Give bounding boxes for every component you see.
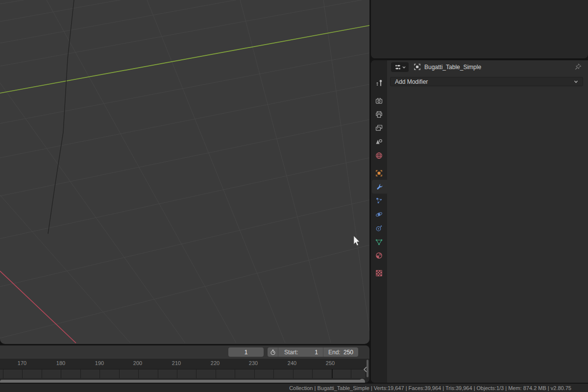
tab-particles[interactable] (371, 194, 387, 207)
frame-range-group: Start: 1 End: 250 (268, 347, 358, 357)
stopwatch-icon (270, 349, 276, 356)
tab-constraints[interactable] (371, 221, 387, 235)
ruler-label: 200 (133, 360, 142, 366)
breadcrumb-object-name: Bugatti_Table_Simple (424, 64, 481, 71)
tab-output[interactable] (371, 107, 387, 121)
current-frame-field[interactable]: 1 (228, 347, 264, 357)
collapse-left-icon[interactable] (363, 366, 368, 374)
timeline-keyframe-band[interactable] (0, 369, 365, 378)
timeline-h-scrollbar[interactable] (0, 380, 362, 383)
add-modifier-dropdown[interactable]: Add Modifier (390, 77, 583, 86)
ruler-label: 230 (249, 360, 258, 366)
end-frame-value: 250 (343, 349, 353, 356)
tab-material[interactable] (371, 248, 387, 262)
start-frame-field[interactable]: Start: 1 (278, 347, 323, 357)
wrench-icon (375, 183, 384, 191)
status-bar: Collection | Bugatti_Table_Simple | Vert… (0, 384, 588, 392)
empty-editor-area (371, 0, 588, 58)
tool-icon (375, 79, 383, 87)
view-layer-icon (375, 124, 383, 132)
ruler-label: 170 (18, 360, 26, 366)
physics-icon (375, 210, 383, 219)
tab-texture[interactable] (371, 266, 387, 280)
ruler-label: 240 (288, 360, 296, 366)
3d-viewport[interactable] (0, 0, 369, 344)
x-axis-line (0, 271, 76, 343)
object-breadcrumb-icon (413, 63, 421, 73)
object-data-icon (375, 238, 383, 246)
timeline-h-scrollbar-handle[interactable] (359, 379, 365, 383)
tab-object[interactable] (371, 166, 387, 180)
ruler-label: 190 (95, 360, 104, 366)
pin-icon[interactable] (574, 63, 582, 73)
tab-physics[interactable] (371, 207, 387, 221)
material-icon (375, 251, 383, 260)
end-frame-marker (332, 369, 333, 378)
tab-object-data[interactable] (371, 235, 387, 248)
render-icon (375, 97, 383, 105)
ruler-label: 250 (326, 360, 335, 366)
viewport-grid (0, 0, 369, 344)
properties-tab-strip (371, 60, 387, 383)
tab-render[interactable] (371, 94, 387, 107)
object-wire-edge (48, 0, 74, 234)
tab-modifiers[interactable] (372, 180, 387, 194)
properties-header: Bugatti_Table_Simple (387, 60, 588, 74)
end-frame-field[interactable]: End: 250 (323, 347, 358, 357)
add-modifier-label: Add Modifier (395, 78, 428, 85)
auto-keying-button[interactable] (268, 347, 278, 357)
timeline-editor: 1 Start: 1 End: 250 170 180 190 200 210 … (0, 345, 369, 383)
tab-world[interactable] (371, 148, 387, 162)
timeline-ruler[interactable]: 170 180 190 200 210 220 230 240 250 (0, 359, 369, 369)
object-icon (375, 169, 383, 177)
ruler-label: 210 (172, 360, 181, 366)
editor-type-button[interactable] (391, 62, 409, 72)
ruler-label: 180 (56, 360, 65, 366)
tab-view-layer[interactable] (371, 121, 387, 135)
tab-scene[interactable] (371, 135, 387, 148)
particles-icon (375, 196, 383, 205)
blender-window: Bugatti_Table_Simple Add Modifier 1 (0, 0, 588, 392)
status-text: Collection | Bugatti_Table_Simple | Vert… (289, 385, 571, 391)
start-frame-value: 1 (315, 349, 318, 356)
texture-icon (375, 269, 383, 277)
scene-icon (375, 138, 383, 146)
output-icon (375, 110, 383, 119)
chevron-down-icon (402, 66, 406, 69)
y-axis-line (0, 25, 369, 93)
properties-editor: Bugatti_Table_Simple Add Modifier (371, 60, 588, 383)
world-icon (375, 151, 383, 160)
tab-tool[interactable] (371, 76, 387, 90)
properties-editor-icon (394, 64, 401, 71)
end-frame-label: End: (328, 349, 341, 356)
constraints-icon (375, 224, 383, 232)
ruler-label: 220 (211, 360, 220, 366)
start-frame-label: Start: (284, 349, 298, 356)
chevron-down-icon (574, 80, 578, 83)
